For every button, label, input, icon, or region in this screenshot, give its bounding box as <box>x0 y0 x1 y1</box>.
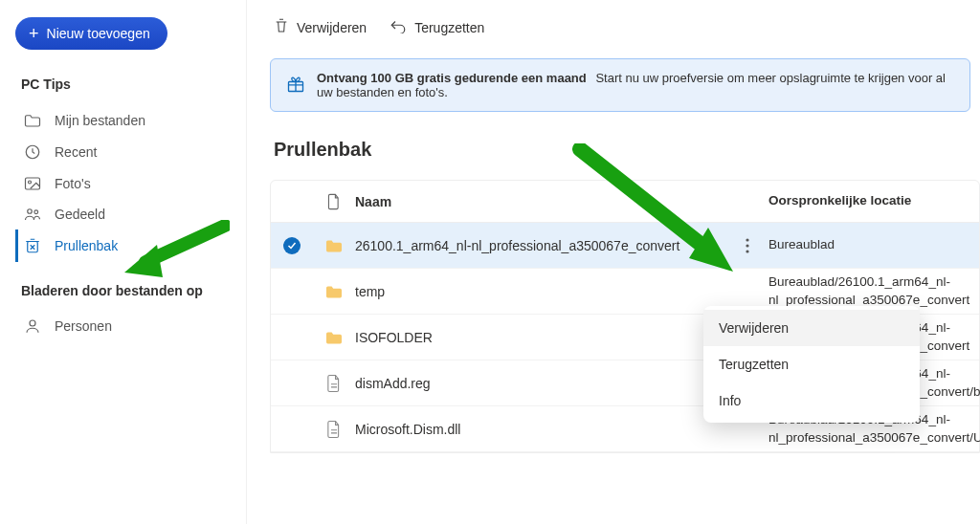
context-menu-restore[interactable]: Terugzetten <box>703 346 920 382</box>
undo-icon <box>390 18 407 36</box>
new-button[interactable]: + Nieuw toevoegen <box>15 17 167 50</box>
sidebar-item-label: Recent <box>55 144 97 160</box>
file-icon <box>313 374 355 393</box>
column-name-header[interactable]: Naam <box>355 194 726 209</box>
people-icon <box>24 207 41 222</box>
row-more-button[interactable] <box>726 238 768 253</box>
row-location: Bureaublad <box>768 236 979 253</box>
folder-icon <box>313 284 355 299</box>
sidebar-item-label: Foto's <box>55 176 91 191</box>
toolbar: Verwijderen Terugzetten <box>270 17 980 37</box>
column-location-header[interactable]: Oorspronkelijke locatie <box>768 192 979 209</box>
promo-banner[interactable]: Ontvang 100 GB gratis gedurende een maan… <box>270 58 970 112</box>
banner-bold: Ontvang 100 GB gratis gedurende een maan… <box>317 71 587 85</box>
row-name[interactable]: temp <box>355 284 726 299</box>
folder-icon <box>313 238 355 253</box>
sidebar-item-recycle-bin[interactable]: Prullenbak <box>15 229 232 262</box>
nav-list: Mijn bestanden Recent Foto's Gedeeld <box>15 105 232 262</box>
sidebar-item-my-files[interactable]: Mijn bestanden <box>15 105 232 136</box>
sidebar-item-shared[interactable]: Gedeeld <box>15 199 232 229</box>
context-menu-delete[interactable]: Verwijderen <box>703 310 920 346</box>
context-menu-info[interactable]: Info <box>703 382 920 419</box>
svg-point-4 <box>34 210 38 214</box>
main: Verwijderen Terugzetten Ontvang 100 GB g… <box>247 0 980 524</box>
gift-icon <box>286 75 305 97</box>
row-name[interactable]: Microsoft.Dism.dll <box>355 422 726 437</box>
svg-point-9 <box>746 238 748 241</box>
file-icon <box>327 193 341 210</box>
page-title: Prullenbak <box>274 139 980 161</box>
sidebar-item-label: Mijn bestanden <box>55 113 145 128</box>
sidebar-item-people[interactable]: Personen <box>15 310 232 342</box>
row-name[interactable]: 26100.1_arm64_nl-nl_professional_a350067… <box>355 238 726 253</box>
row-select[interactable] <box>271 237 313 254</box>
svg-point-6 <box>30 320 35 326</box>
new-button-label: Nieuw toevoegen <box>47 26 150 41</box>
context-menu: Verwijderen Terugzetten Info <box>703 306 920 423</box>
delete-button[interactable]: Verwijderen <box>274 17 367 37</box>
recycle-bin-icon <box>24 237 41 254</box>
plus-icon: + <box>29 27 39 40</box>
row-name[interactable]: dismAdd.reg <box>355 376 726 391</box>
row-location: Bureaublad/26100.1_arm64_nl-nl_professio… <box>768 273 979 308</box>
svg-point-2 <box>29 181 32 184</box>
banner-text: Ontvang 100 GB gratis gedurende een maan… <box>317 71 954 99</box>
sidebar-item-recent[interactable]: Recent <box>15 136 232 168</box>
svg-point-11 <box>746 250 748 252</box>
table-header: Naam Oorspronkelijke locatie <box>271 181 979 223</box>
folder-icon <box>313 330 355 345</box>
person-icon <box>24 317 41 335</box>
column-icon-header <box>313 193 355 210</box>
image-icon <box>24 176 41 191</box>
brand-label: PC Tips <box>21 76 232 92</box>
restore-button[interactable]: Terugzetten <box>390 18 484 36</box>
trash-icon <box>274 17 289 37</box>
browse-heading: Bladeren door bestanden op <box>21 283 232 298</box>
delete-label: Verwijderen <box>297 20 367 35</box>
svg-point-10 <box>746 244 748 247</box>
table-row[interactable]: 26100.1_arm64_nl-nl_professional_a350067… <box>271 223 979 269</box>
restore-label: Terugzetten <box>414 20 484 35</box>
svg-point-3 <box>28 209 33 214</box>
folder-outline-icon <box>24 113 41 128</box>
sidebar-item-photos[interactable]: Foto's <box>15 168 232 199</box>
sidebar: + Nieuw toevoegen PC Tips Mijn bestanden… <box>0 0 247 524</box>
row-name[interactable]: ISOFOLDER <box>355 330 726 345</box>
clock-icon <box>24 143 41 161</box>
sidebar-item-label: Personen <box>55 318 112 334</box>
browse-list: Personen <box>15 310 232 342</box>
file-icon <box>313 420 355 439</box>
selected-check-icon[interactable] <box>283 237 301 254</box>
sidebar-item-label: Prullenbak <box>55 238 118 253</box>
sidebar-item-label: Gedeeld <box>55 207 105 222</box>
